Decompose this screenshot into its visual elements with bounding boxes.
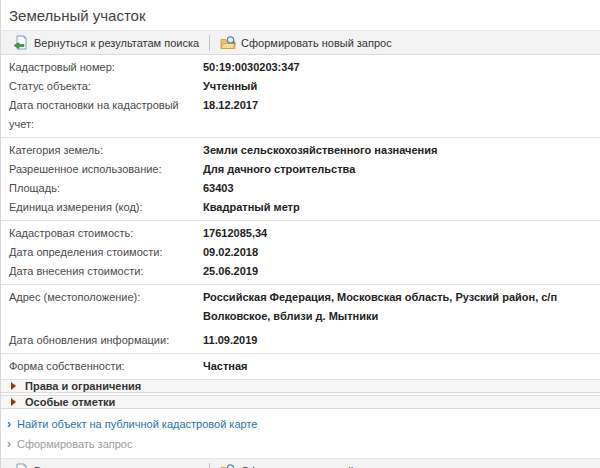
- address-section: Адрес (местоположение): Российская Федер…: [1, 285, 600, 354]
- new-request-button[interactable]: Сформировать новый запрос: [214, 461, 398, 468]
- top-toolbar: Вернуться к результатам поиска Сформиров…: [1, 30, 600, 55]
- field-label: Единица измерения (код):: [1, 198, 203, 217]
- field-value: Для дачного строительства: [203, 160, 600, 179]
- field-label: Дата внесения стоимости:: [1, 262, 203, 281]
- registration-date-row: Дата постановки на кадастровый учет: 18.…: [1, 96, 600, 134]
- field-value: 17612085,34: [203, 224, 600, 243]
- field-label: Адрес (местоположение):: [1, 288, 203, 326]
- land-characteristics-section: Категория земель: Земли сельскохозяйстве…: [1, 138, 600, 221]
- land-category-row: Категория земель: Земли сельскохозяйстве…: [1, 141, 600, 160]
- cadastral-value-row: Кадастровая стоимость: 17612085,34: [1, 224, 600, 243]
- form-request-link: › Сформировать запрос: [1, 434, 600, 454]
- toolbar-divider: [209, 35, 210, 51]
- link-label: Найти объект на публичной кадастровой ка…: [17, 414, 257, 434]
- field-label: Статус объекта:: [1, 77, 203, 96]
- triangle-right-icon: [11, 382, 16, 390]
- new-request-icon: [220, 463, 236, 468]
- field-label: Площадь:: [1, 179, 203, 198]
- chevron-right-icon: ›: [7, 414, 11, 434]
- new-request-label: Сформировать новый запрос: [241, 37, 392, 49]
- triangle-right-icon: [11, 398, 16, 406]
- object-status-row: Статус объекта: Учтенный: [1, 77, 600, 96]
- field-value: 11.09.2019: [203, 331, 600, 350]
- expander-rights-and-restrictions[interactable]: Права и ограничения: [1, 379, 600, 393]
- back-to-results-button[interactable]: Вернуться к результатам поиска: [7, 461, 205, 468]
- bottom-toolbar: Вернуться к результатам поиска Сформиров…: [1, 458, 600, 468]
- cadastral-number-row: Кадастровый номер: 50:19:0030203:347: [1, 58, 600, 77]
- value-entry-date-row: Дата внесения стоимости: 25.06.2019: [1, 262, 600, 281]
- expander-label: Особые отметки: [25, 396, 115, 408]
- measurement-unit-row: Единица измерения (код): Квадратный метр: [1, 198, 600, 217]
- chevron-right-icon: ›: [7, 434, 11, 454]
- field-label: Дата определения стоимости:: [1, 243, 203, 262]
- field-value: 63403: [203, 179, 600, 198]
- page-title: Земельный участок: [1, 0, 600, 30]
- field-value: Российская Федерация, Московская область…: [203, 288, 600, 326]
- ownership-form-row: Форма собственности: Частная: [1, 357, 600, 376]
- field-label: Разрешенное использование:: [1, 160, 203, 179]
- back-to-results-label: Вернуться к результатам поиска: [34, 465, 199, 468]
- field-label: Кадастровая стоимость:: [1, 224, 203, 243]
- value-determination-date-row: Дата определения стоимости: 09.02.2018: [1, 243, 600, 262]
- field-label: Форма собственности:: [1, 357, 203, 376]
- field-value: 09.02.2018: [203, 243, 600, 262]
- new-request-button[interactable]: Сформировать новый запрос: [214, 33, 398, 53]
- field-value: 50:19:0030203:347: [203, 58, 600, 77]
- area-row: Площадь: 63403: [1, 179, 600, 198]
- info-update-date-row: Дата обновления информации: 11.09.2019: [1, 331, 600, 350]
- ownership-section: Форма собственности: Частная: [1, 354, 600, 379]
- field-label: Кадастровый номер:: [1, 58, 203, 77]
- field-value: 25.06.2019: [203, 262, 600, 281]
- back-to-results-button[interactable]: Вернуться к результатам поиска: [7, 33, 205, 53]
- address-row: Адрес (местоположение): Российская Федер…: [1, 288, 600, 326]
- permitted-use-row: Разрешенное использование: Для дачного с…: [1, 160, 600, 179]
- new-request-icon: [220, 35, 236, 51]
- field-label: Дата постановки на кадастровый учет:: [1, 96, 203, 134]
- field-value: 18.12.2017: [203, 96, 600, 134]
- field-value: Земли сельскохозяйственного назначения: [203, 141, 600, 160]
- cadastral-value-section: Кадастровая стоимость: 17612085,34 Дата …: [1, 221, 600, 285]
- toolbar-divider: [209, 463, 210, 468]
- land-parcel-page: Земельный участок Вернуться к результата…: [0, 0, 600, 468]
- expander-special-notes[interactable]: Особые отметки: [1, 395, 600, 409]
- field-value: Квадратный метр: [203, 198, 600, 217]
- field-value: Частная: [203, 357, 600, 376]
- action-links: › Найти объект на публичной кадастровой …: [1, 409, 600, 458]
- back-icon: [13, 35, 29, 51]
- back-to-results-label: Вернуться к результатам поиска: [34, 37, 199, 49]
- new-request-label: Сформировать новый запрос: [241, 465, 392, 468]
- field-label: Категория земель:: [1, 141, 203, 160]
- link-label: Сформировать запрос: [17, 434, 132, 454]
- expander-label: Права и ограничения: [25, 380, 141, 392]
- identification-section: Кадастровый номер: 50:19:0030203:347 Ста…: [1, 55, 600, 138]
- field-value: Учтенный: [203, 77, 600, 96]
- find-on-public-map-link[interactable]: › Найти объект на публичной кадастровой …: [1, 414, 600, 434]
- back-icon: [13, 463, 29, 468]
- field-label: Дата обновления информации:: [1, 331, 203, 350]
